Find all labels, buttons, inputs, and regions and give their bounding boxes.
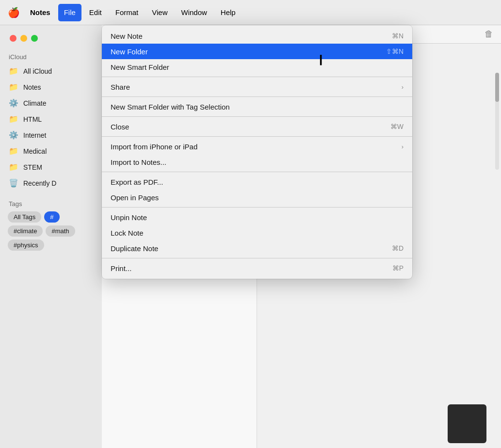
folder-icon: 📁	[9, 146, 18, 156]
file-dropdown-menu: New Note ⌘N New Folder ⇧⌘N New Smart Fol…	[102, 25, 412, 279]
menu-item-close[interactable]: Close ⌘W	[102, 119, 412, 134]
tag-hash[interactable]: #	[44, 211, 59, 223]
sidebar: iCloud 📁 All iCloud 📁 Notes ⚙️ Climate 📁…	[0, 25, 102, 448]
sidebar-item-recently-deleted[interactable]: 🗑️ Recently D	[4, 176, 98, 191]
menu-format[interactable]: Format	[110, 4, 145, 21]
menu-item-print[interactable]: Print... ⌘P	[102, 260, 412, 276]
sidebar-item-label: STEM	[23, 163, 42, 171]
minimize-button[interactable]	[20, 35, 27, 42]
menu-item-import-iphone[interactable]: Import from iPhone or iPad ›	[102, 139, 412, 154]
sidebar-item-html[interactable]: 📁 HTML	[4, 112, 98, 127]
note-thumbnail-dark	[448, 404, 486, 443]
menu-file[interactable]: File	[58, 4, 81, 21]
menu-item-unpin-note[interactable]: Unpin Note	[102, 209, 412, 225]
menu-item-new-note[interactable]: New Note ⌘N	[102, 28, 412, 44]
menu-item-print-label: Print...	[111, 264, 131, 272]
tag-physics[interactable]: #physics	[8, 240, 44, 251]
folder-icon: 📁	[9, 114, 18, 124]
menu-help[interactable]: Help	[215, 4, 242, 21]
menu-item-export-pdf-label: Export as PDF...	[111, 178, 163, 186]
separator-6	[102, 207, 412, 208]
tags-section: Tags All Tags # #climate #math #physics	[4, 197, 98, 251]
menu-item-new-note-shortcut: ⌘N	[392, 32, 404, 40]
menu-item-import-notes-label: Import to Notes...	[111, 158, 166, 166]
menu-item-lock-note[interactable]: Lock Note	[102, 225, 412, 240]
menu-edit[interactable]: Edit	[83, 4, 108, 21]
sidebar-item-label: Recently D	[23, 179, 56, 187]
menu-item-import-notes[interactable]: Import to Notes...	[102, 154, 412, 170]
trash-toolbar-button[interactable]: 🗑	[485, 29, 493, 39]
sidebar-item-climate[interactable]: ⚙️ Climate	[4, 96, 98, 111]
menu-item-open-pages-label: Open in Pages	[111, 193, 159, 202]
menu-view[interactable]: View	[146, 4, 173, 21]
menu-item-lock-note-label: Lock Note	[111, 229, 144, 237]
menu-item-export-pdf[interactable]: Export as PDF...	[102, 174, 412, 190]
tag-climate[interactable]: #climate	[8, 225, 43, 237]
gear-icon: ⚙️	[9, 130, 18, 140]
chevron-right-icon: ›	[402, 83, 404, 91]
menu-item-new-smart-folder[interactable]: New Smart Folder	[102, 59, 412, 75]
icloud-section-label: iCloud	[4, 50, 98, 63]
sidebar-item-label: Climate	[23, 99, 46, 107]
menu-item-new-folder-shortcut: ⇧⌘N	[386, 48, 404, 55]
menu-notes[interactable]: Notes	[24, 4, 56, 21]
menu-item-unpin-note-label: Unpin Note	[111, 213, 147, 222]
tags-container: All Tags # #climate #math #physics	[4, 211, 98, 251]
folder-icon: 📁	[9, 162, 18, 172]
menu-item-close-label: Close	[111, 123, 129, 131]
menu-window[interactable]: Window	[175, 4, 212, 21]
sidebar-item-label: All iCloud	[23, 67, 52, 75]
sidebar-item-label: Internet	[23, 131, 46, 139]
separator-1	[102, 77, 412, 77]
menu-item-duplicate-note[interactable]: Duplicate Note ⌘D	[102, 240, 412, 256]
sidebar-item-notes[interactable]: 📁 Notes	[4, 80, 98, 95]
menu-item-duplicate-note-label: Duplicate Note	[111, 244, 158, 253]
menu-item-share-label: Share	[111, 83, 130, 91]
sidebar-item-label: Notes	[23, 83, 41, 91]
menu-item-close-shortcut: ⌘W	[390, 123, 404, 130]
chevron-right-icon-2: ›	[402, 143, 404, 150]
menu-item-share[interactable]: Share ›	[102, 79, 412, 95]
close-button[interactable]	[10, 35, 16, 42]
sidebar-item-label: Medical	[23, 147, 47, 155]
menu-item-import-iphone-label: Import from iPhone or iPad	[111, 143, 197, 151]
apple-menu-icon[interactable]: 🍎	[5, 0, 22, 25]
folder-icon: 📁	[9, 66, 18, 76]
scrollbar-thumb[interactable]	[495, 73, 499, 102]
menu-bar: 🍎 Notes File Edit Format View Window Hel…	[0, 0, 501, 25]
menu-item-new-folder[interactable]: New Folder ⇧⌘N	[102, 44, 412, 59]
folder-icon: 📁	[9, 82, 18, 92]
tag-math[interactable]: #math	[46, 225, 75, 237]
menu-item-duplicate-note-shortcut: ⌘D	[392, 244, 404, 252]
menu-item-new-smart-folder-tag-label: New Smart Folder with Tag Selection	[111, 103, 230, 111]
menu-item-print-shortcut: ⌘P	[392, 264, 404, 272]
sidebar-item-label: HTML	[23, 115, 42, 123]
menu-item-new-smart-folder-tag[interactable]: New Smart Folder with Tag Selection	[102, 99, 412, 114]
scrollbar-track[interactable]	[495, 73, 499, 170]
sidebar-item-medical[interactable]: 📁 Medical	[4, 144, 98, 159]
maximize-button[interactable]	[31, 35, 38, 42]
separator-5	[102, 172, 412, 172]
gear-icon: ⚙️	[9, 98, 18, 108]
separator-4	[102, 136, 412, 137]
menu-item-new-smart-folder-label: New Smart Folder	[111, 63, 169, 71]
sidebar-item-all-icloud[interactable]: 📁 All iCloud	[4, 64, 98, 79]
menu-item-open-pages[interactable]: Open in Pages	[102, 190, 412, 205]
separator-7	[102, 258, 412, 258]
sidebar-item-stem[interactable]: 📁 STEM	[4, 160, 98, 175]
tag-all-tags[interactable]: All Tags	[8, 211, 41, 223]
tags-section-label: Tags	[4, 197, 98, 211]
menu-item-new-note-label: New Note	[111, 32, 143, 40]
separator-3	[102, 116, 412, 117]
separator-2	[102, 96, 412, 97]
trash-icon: 🗑️	[9, 178, 18, 188]
sidebar-item-internet[interactable]: ⚙️ Internet	[4, 128, 98, 143]
menu-item-new-folder-label: New Folder	[111, 48, 148, 56]
window-controls	[4, 31, 98, 49]
